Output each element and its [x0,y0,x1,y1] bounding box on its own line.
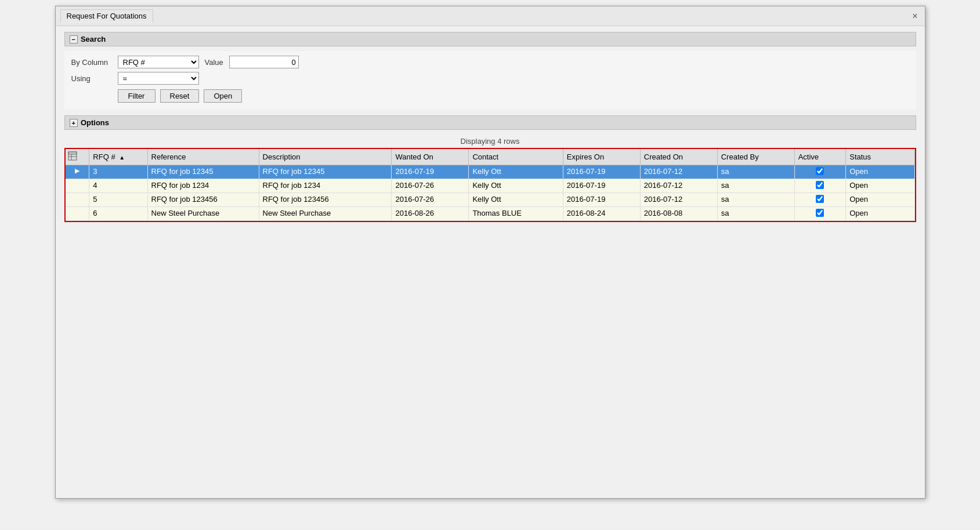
active-checkbox[interactable] [816,181,824,189]
row-indicator: ▶ [66,165,89,179]
cell-active[interactable] [794,179,846,193]
col-header-status[interactable]: Status [846,149,914,165]
col-header-expires-on[interactable]: Expires On [563,149,640,165]
display-info: Displaying 4 rows [64,137,916,146]
table-icon [68,151,77,161]
search-section-header[interactable]: − Search [64,32,916,46]
active-checkbox[interactable] [816,195,824,203]
main-window: Request For Quotations × − Search By Col… [55,6,925,499]
row-indicator [66,207,89,221]
cell-created-on: 2016-07-12 [640,165,717,179]
active-checkbox[interactable] [816,209,824,217]
cell-status: Open [846,193,914,207]
table-row[interactable]: 5RFQ for job 123456RFQ for job 123456201… [66,193,915,207]
cell-created-on: 2016-07-12 [640,179,717,193]
window-title: Request For Quotations [60,9,153,23]
cell-wanted-on: 2016-08-26 [392,207,469,221]
using-row: Using = [71,72,909,85]
cell-contact: Kelly Ott [469,193,563,207]
row-indicator [66,193,89,207]
cell-created-on: 2016-07-12 [640,193,717,207]
cell-expires-on: 2016-08-24 [563,207,640,221]
cell-wanted-on: 2016-07-19 [392,165,469,179]
by-column-select[interactable]: RFQ # [118,56,199,68]
search-section-label: Search [81,35,106,43]
cell-wanted-on: 2016-07-26 [392,179,469,193]
active-checkbox[interactable] [816,167,824,175]
value-label: Value [205,58,223,67]
search-form: By Column RFQ # Value Using = Filter Res… [64,51,916,110]
open-button[interactable]: Open [204,89,242,103]
cell-rfq: 3 [89,165,147,179]
cell-reference: RFQ for job 1234 [147,179,259,193]
col-header-rfq[interactable]: RFQ # ▲ [89,149,147,165]
col-header-description[interactable]: Description [259,149,392,165]
sort-arrow-rfq: ▲ [119,154,125,161]
cell-created-by: sa [717,207,794,221]
search-buttons: Filter Reset Open [118,89,909,103]
by-column-label: By Column [71,58,112,67]
options-toggle[interactable]: + [70,119,78,127]
cell-status: Open [846,165,914,179]
cell-description: RFQ for job 123456 [259,193,392,207]
by-column-row: By Column RFQ # Value [71,56,909,68]
cell-active[interactable] [794,193,846,207]
reset-button[interactable]: Reset [160,89,200,103]
rfq-table: RFQ # ▲ Reference Description Wanted On [66,149,915,221]
cell-description: RFQ for job 12345 [259,165,392,179]
search-toggle[interactable]: − [70,35,78,43]
table-container: RFQ # ▲ Reference Description Wanted On [64,148,916,222]
col-header-created-by[interactable]: Created By [717,149,794,165]
filter-button[interactable]: Filter [118,89,156,103]
cell-expires-on: 2016-07-19 [563,165,640,179]
col-header-reference[interactable]: Reference [147,149,259,165]
col-header-contact[interactable]: Contact [469,149,563,165]
value-input[interactable] [229,56,299,68]
cell-expires-on: 2016-07-19 [563,193,640,207]
options-section-label: Options [81,118,109,127]
cell-wanted-on: 2016-07-26 [392,193,469,207]
icon-column-header [66,149,89,165]
cell-created-by: sa [717,165,794,179]
cell-contact: Thomas BLUE [469,207,563,221]
cell-reference: RFQ for job 12345 [147,165,259,179]
cell-contact: Kelly Ott [469,179,563,193]
row-indicator [66,179,89,193]
using-label: Using [71,74,112,83]
table-row[interactable]: ▶3RFQ for job 12345RFQ for job 123452016… [66,165,915,179]
cell-status: Open [846,207,914,221]
svg-rect-1 [68,152,77,154]
close-button[interactable]: × [910,11,920,21]
content-area: − Search By Column RFQ # Value Using = F… [56,26,925,498]
cell-description: RFQ for job 1234 [259,179,392,193]
table-row[interactable]: 4RFQ for job 1234RFQ for job 12342016-07… [66,179,915,193]
cell-created-on: 2016-08-08 [640,207,717,221]
col-header-active[interactable]: Active [794,149,846,165]
cell-reference: RFQ for job 123456 [147,193,259,207]
title-bar: Request For Quotations × [56,6,925,26]
cell-rfq: 4 [89,179,147,193]
cell-active[interactable] [794,165,846,179]
cell-contact: Kelly Ott [469,165,563,179]
cell-created-by: sa [717,179,794,193]
cell-created-by: sa [717,193,794,207]
cell-status: Open [846,179,914,193]
cell-active[interactable] [794,207,846,221]
table-row[interactable]: 6New Steel PurchaseNew Steel Purchase201… [66,207,915,221]
cell-expires-on: 2016-07-19 [563,179,640,193]
options-section-header[interactable]: + Options [64,115,916,130]
using-select[interactable]: = [118,72,199,85]
options-section: + Options [64,115,916,130]
col-header-created-on[interactable]: Created On [640,149,717,165]
cell-rfq: 5 [89,193,147,207]
cell-description: New Steel Purchase [259,207,392,221]
cell-reference: New Steel Purchase [147,207,259,221]
cell-rfq: 6 [89,207,147,221]
col-header-wanted-on[interactable]: Wanted On [392,149,469,165]
